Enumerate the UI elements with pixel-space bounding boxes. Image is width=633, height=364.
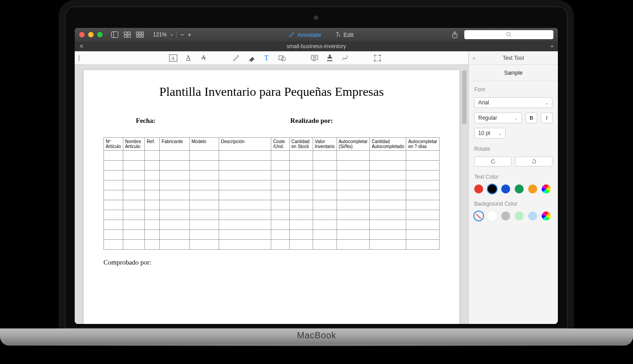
- collapse-panel-button[interactable]: »: [472, 55, 476, 61]
- table-cell: [145, 190, 160, 200]
- underline-a-icon[interactable]: A: [184, 54, 193, 63]
- custom-color-swatch[interactable]: [542, 184, 551, 193]
- annotate-mode-button[interactable]: Annotate: [288, 31, 321, 38]
- table-cell: [189, 240, 219, 250]
- text-color-swatch[interactable]: [488, 184, 497, 193]
- edit-label: Edit: [343, 31, 353, 38]
- font-family-select[interactable]: Arial⌄: [474, 97, 552, 108]
- rotate-cw-button[interactable]: [515, 157, 552, 166]
- table-cell: [337, 171, 369, 180]
- zoom-level[interactable]: 121%: [153, 31, 167, 38]
- thumbnails-drag-handle[interactable]: [78, 55, 80, 61]
- close-button[interactable]: [79, 32, 85, 37]
- camera-icon: [314, 15, 319, 21]
- table-cell: [271, 151, 290, 161]
- page-viewport[interactable]: Plantilla Inventario para Pequeñas Empre…: [75, 65, 468, 324]
- text-color-swatch[interactable]: [528, 184, 537, 193]
- table-cell: [219, 210, 271, 220]
- tab-close-button[interactable]: ✕: [79, 43, 84, 49]
- table-row: [104, 220, 440, 230]
- bg-color-swatch[interactable]: [488, 211, 497, 220]
- document-page[interactable]: Plantilla Inventario para Pequeñas Empre…: [84, 70, 459, 324]
- font-style-select[interactable]: Regular⌄: [474, 112, 522, 123]
- table-cell: [370, 190, 406, 200]
- bg-color-swatch[interactable]: [528, 211, 537, 220]
- zoom-out-button[interactable]: −: [180, 31, 184, 38]
- strikethrough-a-icon[interactable]: A: [199, 54, 208, 63]
- table-cell: [271, 220, 290, 230]
- svg-point-27: [379, 60, 381, 61]
- signature-tool-icon[interactable]: [341, 54, 350, 63]
- font-size-select[interactable]: 10 pt⌄: [474, 128, 506, 139]
- search-input[interactable]: [464, 30, 553, 39]
- svg-point-19: [281, 57, 285, 61]
- text-color-swatch[interactable]: [474, 184, 483, 193]
- no-bg-swatch[interactable]: [474, 211, 483, 220]
- maximize-button[interactable]: [97, 32, 103, 37]
- zoom-in-button[interactable]: +: [188, 31, 191, 38]
- table-cell: [289, 190, 313, 200]
- text-color-swatches: [474, 184, 552, 193]
- table-cell: [189, 190, 219, 200]
- italic-button[interactable]: I: [541, 112, 552, 123]
- table-cell: [160, 200, 189, 210]
- table-row: [104, 151, 440, 161]
- share-button[interactable]: [451, 31, 459, 39]
- table-cell: [271, 240, 290, 250]
- table-cell: [145, 151, 160, 161]
- table-cell: [104, 171, 123, 180]
- table-cell: [289, 230, 313, 240]
- table-header-cell: Fabricante: [160, 138, 189, 151]
- svg-point-26: [374, 60, 375, 61]
- table-cell: [271, 210, 290, 220]
- table-cell: [337, 151, 369, 161]
- table-cell: [370, 171, 406, 180]
- overview-button[interactable]: [136, 31, 144, 39]
- table-cell: [289, 200, 313, 210]
- table-cell: [123, 151, 144, 161]
- shape-tool-icon[interactable]: [278, 54, 287, 63]
- minimize-button[interactable]: [88, 32, 94, 37]
- table-cell: [370, 151, 406, 161]
- bg-color-label: Background Color: [474, 201, 552, 207]
- table-cell: [313, 230, 337, 240]
- table-cell: [406, 240, 440, 250]
- table-cell: [406, 200, 440, 210]
- main-area: A A A: [75, 51, 469, 324]
- table-cell: [123, 171, 144, 180]
- selection-tool-icon[interactable]: [373, 54, 382, 63]
- svg-line-15: [510, 36, 511, 37]
- svg-rect-7: [139, 32, 141, 34]
- svg-rect-10: [139, 35, 141, 37]
- eraser-tool-icon[interactable]: [247, 54, 256, 63]
- pencil-tool-icon[interactable]: [232, 54, 241, 63]
- text-tool-icon[interactable]: T: [262, 54, 271, 63]
- contact-sheet-button[interactable]: [123, 31, 131, 39]
- table-row: [104, 190, 440, 200]
- table-cell: [160, 220, 189, 230]
- svg-rect-3: [128, 32, 130, 34]
- text-color-swatch[interactable]: [501, 184, 510, 193]
- svg-rect-11: [142, 35, 144, 37]
- sidebar-toggle-button[interactable]: [111, 31, 119, 39]
- table-cell: [313, 180, 337, 190]
- custom-bg-swatch[interactable]: [542, 211, 551, 220]
- font-box-icon[interactable]: A: [169, 54, 178, 63]
- table-cell: [219, 230, 271, 240]
- text-color-swatch[interactable]: [515, 184, 524, 193]
- edit-mode-button[interactable]: Edit: [334, 31, 353, 38]
- table-row: [104, 171, 440, 180]
- bold-button[interactable]: B: [525, 112, 537, 123]
- bg-color-swatch[interactable]: [515, 211, 524, 220]
- rotate-ccw-button[interactable]: [474, 157, 512, 166]
- bg-color-swatch[interactable]: [501, 211, 510, 220]
- note-tool-icon[interactable]: [310, 54, 319, 63]
- stamp-tool-icon[interactable]: [325, 54, 334, 63]
- sample-preview: Sample: [469, 65, 558, 81]
- table-cell: [406, 161, 440, 171]
- tab-title[interactable]: small-business-inventory: [287, 43, 346, 49]
- new-tab-button[interactable]: ＋: [549, 42, 555, 50]
- table-cell: [337, 220, 369, 230]
- table-cell: [370, 230, 406, 240]
- chevron-down-icon: ▾: [171, 32, 173, 37]
